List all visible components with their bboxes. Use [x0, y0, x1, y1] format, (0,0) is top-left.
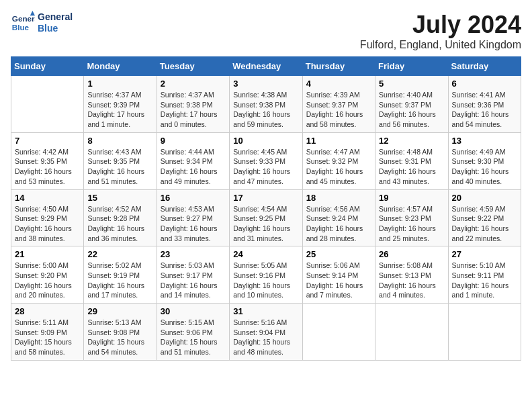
day-info: Sunrise: 5:13 AM Sunset: 9:08 PM Dayligh…: [87, 318, 152, 357]
day-cell: 23Sunrise: 5:03 AM Sunset: 9:17 PM Dayli…: [157, 246, 229, 304]
day-number: 5: [379, 79, 444, 89]
day-cell: 11Sunrise: 4:47 AM Sunset: 9:32 PM Dayli…: [302, 132, 375, 189]
day-cell: 30Sunrise: 5:15 AM Sunset: 9:06 PM Dayli…: [157, 304, 229, 361]
header-day-friday: Friday: [375, 57, 448, 76]
day-cell: 29Sunrise: 5:13 AM Sunset: 9:08 PM Dayli…: [84, 304, 157, 361]
subtitle: Fulford, England, United Kingdom: [360, 39, 521, 51]
day-cell: 9Sunrise: 4:44 AM Sunset: 9:34 PM Daylig…: [157, 132, 229, 189]
day-number: 22: [87, 249, 152, 259]
header-day-monday: Monday: [84, 57, 157, 76]
day-info: Sunrise: 4:44 AM Sunset: 9:34 PM Dayligh…: [161, 147, 226, 187]
day-cell: 31Sunrise: 5:16 AM Sunset: 9:04 PM Dayli…: [230, 304, 302, 361]
day-cell: 14Sunrise: 4:50 AM Sunset: 9:29 PM Dayli…: [11, 189, 84, 246]
logo-line1: General: [38, 11, 73, 22]
header-day-sunday: Sunday: [11, 57, 84, 76]
day-cell: 2Sunrise: 4:37 AM Sunset: 9:38 PM Daylig…: [157, 76, 229, 133]
day-number: 29: [87, 306, 152, 316]
day-number: 12: [379, 136, 444, 146]
day-info: Sunrise: 5:10 AM Sunset: 9:11 PM Dayligh…: [452, 261, 517, 300]
header-day-tuesday: Tuesday: [157, 57, 229, 76]
day-cell: 8Sunrise: 4:43 AM Sunset: 9:35 PM Daylig…: [84, 132, 157, 189]
day-info: Sunrise: 5:11 AM Sunset: 9:09 PM Dayligh…: [15, 318, 80, 357]
day-info: Sunrise: 5:15 AM Sunset: 9:06 PM Dayligh…: [161, 318, 226, 357]
day-number: 8: [87, 136, 152, 146]
logo-text: General Blue: [38, 11, 73, 34]
logo-icon: General Blue: [11, 11, 35, 35]
day-info: Sunrise: 4:41 AM Sunset: 9:36 PM Dayligh…: [452, 90, 517, 130]
day-number: 6: [452, 79, 517, 89]
day-number: 7: [15, 136, 80, 146]
day-number: 24: [233, 249, 298, 259]
day-number: 20: [452, 193, 517, 203]
day-cell: [448, 304, 521, 361]
day-info: Sunrise: 5:16 AM Sunset: 9:04 PM Dayligh…: [233, 318, 298, 357]
week-row-2: 7Sunrise: 4:42 AM Sunset: 9:35 PM Daylig…: [11, 132, 521, 189]
day-info: Sunrise: 4:53 AM Sunset: 9:27 PM Dayligh…: [161, 204, 226, 244]
week-row-5: 28Sunrise: 5:11 AM Sunset: 9:09 PM Dayli…: [11, 304, 521, 361]
day-cell: 19Sunrise: 4:57 AM Sunset: 9:23 PM Dayli…: [375, 189, 448, 246]
day-cell: 25Sunrise: 5:06 AM Sunset: 9:14 PM Dayli…: [302, 246, 375, 304]
day-number: 17: [233, 193, 298, 203]
day-cell: 4Sunrise: 4:39 AM Sunset: 9:37 PM Daylig…: [302, 76, 375, 133]
day-info: Sunrise: 4:50 AM Sunset: 9:29 PM Dayligh…: [15, 204, 80, 244]
day-cell: 27Sunrise: 5:10 AM Sunset: 9:11 PM Dayli…: [448, 246, 521, 304]
day-cell: [375, 304, 448, 361]
week-row-3: 14Sunrise: 4:50 AM Sunset: 9:29 PM Dayli…: [11, 189, 521, 246]
day-info: Sunrise: 4:42 AM Sunset: 9:35 PM Dayligh…: [15, 147, 80, 187]
day-info: Sunrise: 4:40 AM Sunset: 9:37 PM Dayligh…: [379, 90, 444, 130]
svg-text:Blue: Blue: [12, 23, 30, 32]
day-cell: 7Sunrise: 4:42 AM Sunset: 9:35 PM Daylig…: [11, 132, 84, 189]
day-number: 13: [452, 136, 517, 146]
day-number: 27: [452, 249, 517, 259]
day-cell: 22Sunrise: 5:02 AM Sunset: 9:19 PM Dayli…: [84, 246, 157, 304]
day-number: 14: [15, 193, 80, 203]
day-info: Sunrise: 5:08 AM Sunset: 9:13 PM Dayligh…: [379, 261, 444, 300]
day-number: 26: [379, 249, 444, 259]
day-cell: 26Sunrise: 5:08 AM Sunset: 9:13 PM Dayli…: [375, 246, 448, 304]
day-cell: 21Sunrise: 5:00 AM Sunset: 9:20 PM Dayli…: [11, 246, 84, 304]
day-cell: 13Sunrise: 4:49 AM Sunset: 9:30 PM Dayli…: [448, 132, 521, 189]
day-info: Sunrise: 5:03 AM Sunset: 9:17 PM Dayligh…: [161, 261, 226, 300]
day-number: 4: [306, 79, 371, 89]
day-info: Sunrise: 4:48 AM Sunset: 9:31 PM Dayligh…: [379, 147, 444, 187]
day-info: Sunrise: 5:02 AM Sunset: 9:19 PM Dayligh…: [87, 261, 152, 300]
day-number: 30: [161, 306, 226, 316]
day-cell: [11, 76, 84, 133]
header: General Blue General Blue July 2024 Fulf…: [11, 11, 521, 51]
day-info: Sunrise: 4:47 AM Sunset: 9:32 PM Dayligh…: [306, 147, 371, 187]
day-info: Sunrise: 4:54 AM Sunset: 9:25 PM Dayligh…: [233, 204, 298, 244]
day-number: 21: [15, 249, 80, 259]
day-number: 25: [306, 249, 371, 259]
day-cell: 16Sunrise: 4:53 AM Sunset: 9:27 PM Dayli…: [157, 189, 229, 246]
day-number: 3: [233, 79, 298, 89]
day-cell: [302, 304, 375, 361]
day-info: Sunrise: 4:56 AM Sunset: 9:24 PM Dayligh…: [306, 204, 371, 244]
day-info: Sunrise: 4:39 AM Sunset: 9:37 PM Dayligh…: [306, 90, 371, 130]
svg-marker-2: [30, 11, 35, 15]
day-cell: 18Sunrise: 4:56 AM Sunset: 9:24 PM Dayli…: [302, 189, 375, 246]
day-number: 19: [379, 193, 444, 203]
logo-line2: Blue: [38, 23, 58, 34]
main-title: July 2024: [360, 11, 521, 39]
header-day-wednesday: Wednesday: [230, 57, 302, 76]
day-cell: 17Sunrise: 4:54 AM Sunset: 9:25 PM Dayli…: [230, 189, 302, 246]
day-number: 31: [233, 306, 298, 316]
day-number: 1: [87, 79, 152, 89]
day-info: Sunrise: 4:59 AM Sunset: 9:22 PM Dayligh…: [452, 204, 517, 244]
day-cell: 3Sunrise: 4:38 AM Sunset: 9:38 PM Daylig…: [230, 76, 302, 133]
day-cell: 12Sunrise: 4:48 AM Sunset: 9:31 PM Dayli…: [375, 132, 448, 189]
day-info: Sunrise: 4:45 AM Sunset: 9:33 PM Dayligh…: [233, 147, 298, 187]
day-cell: 6Sunrise: 4:41 AM Sunset: 9:36 PM Daylig…: [448, 76, 521, 133]
day-info: Sunrise: 4:38 AM Sunset: 9:38 PM Dayligh…: [233, 90, 298, 130]
day-cell: 15Sunrise: 4:52 AM Sunset: 9:28 PM Dayli…: [84, 189, 157, 246]
day-info: Sunrise: 4:43 AM Sunset: 9:35 PM Dayligh…: [87, 147, 152, 187]
day-number: 11: [306, 136, 371, 146]
title-area: July 2024 Fulford, England, United Kingd…: [360, 11, 521, 51]
day-info: Sunrise: 5:05 AM Sunset: 9:16 PM Dayligh…: [233, 261, 298, 300]
week-row-1: 1Sunrise: 4:37 AM Sunset: 9:39 PM Daylig…: [11, 76, 521, 133]
day-info: Sunrise: 4:52 AM Sunset: 9:28 PM Dayligh…: [87, 204, 152, 244]
day-info: Sunrise: 4:37 AM Sunset: 9:39 PM Dayligh…: [87, 90, 152, 130]
day-number: 23: [161, 249, 226, 259]
day-info: Sunrise: 4:57 AM Sunset: 9:23 PM Dayligh…: [379, 204, 444, 244]
calendar-table: SundayMondayTuesdayWednesdayThursdayFrid…: [11, 56, 521, 361]
